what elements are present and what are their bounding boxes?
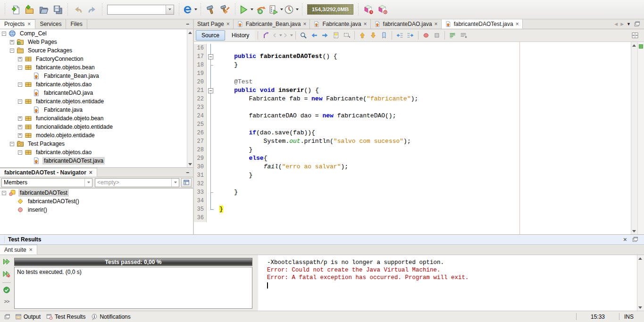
- rectangular-selection-button[interactable]: [342, 30, 352, 41]
- navigator-tree-item[interactable]: -fabricanteDAOTest: [0, 189, 193, 197]
- toggle-highlight-button[interactable]: [331, 30, 341, 41]
- dropdown-arrow-icon[interactable]: [251, 8, 253, 10]
- history-view-button[interactable]: History: [226, 30, 255, 41]
- save-all-button[interactable]: [51, 3, 64, 16]
- profile-clock-button[interactable]: [284, 3, 299, 16]
- projects-tree-item[interactable]: Fabricante.java: [0, 106, 193, 114]
- rerun-failed-button[interactable]: [3, 270, 10, 279]
- line-number[interactable]: 16: [194, 44, 207, 52]
- scroll-down-icon[interactable]: [631, 228, 637, 234]
- projects-tree-item[interactable]: -Test Packages: [0, 140, 193, 148]
- navigator-tree-item[interactable]: fabricanteDAOTest(): [0, 197, 193, 206]
- expand-icon[interactable]: +: [18, 57, 22, 61]
- run-project-button[interactable]: [239, 3, 253, 16]
- projects-tree-item[interactable]: -fabricante.objetos.bean: [0, 63, 193, 72]
- profiler-stop-button[interactable]: [376, 3, 389, 16]
- dropdown-arrow-icon[interactable]: [296, 8, 299, 10]
- line-number[interactable]: 35: [194, 205, 207, 214]
- dropdown-arrow-icon[interactable]: [290, 34, 293, 36]
- fold-collapse-icon[interactable]: [207, 52, 215, 61]
- navigator-tree-item[interactable]: inserir(): [0, 206, 193, 214]
- line-number[interactable]: 22: [194, 95, 207, 103]
- code-editor[interactable]: 1617 public fabricanteDAOTest() {18 }192…: [194, 42, 631, 234]
- editor-scrollbar[interactable]: [631, 42, 637, 234]
- projects-tree[interactable]: -Comp_Cel+Web Pages-Source Packages+Fact…: [0, 29, 193, 167]
- shift-right-button[interactable]: [405, 30, 416, 41]
- close-icon[interactable]: ×: [27, 22, 31, 26]
- clean-build-button[interactable]: [218, 3, 232, 16]
- expand-icon[interactable]: +: [18, 116, 22, 121]
- projects-tree-item[interactable]: -fabricante.objetos.dao: [0, 148, 193, 157]
- output-scrollbar[interactable]: [637, 255, 644, 311]
- find-previous-button[interactable]: [309, 30, 319, 41]
- projects-tree-scrollbar[interactable]: [187, 29, 193, 167]
- debug-project-button[interactable]: [254, 3, 268, 16]
- memory-indicator[interactable]: 154,3/292,0MB: [307, 4, 353, 15]
- ant-suite-tab[interactable]: Ant suite ×: [0, 245, 37, 255]
- line-number[interactable]: 34: [194, 197, 207, 205]
- new-project-button[interactable]: [23, 3, 36, 16]
- show-passed-button[interactable]: [3, 286, 10, 295]
- collapse-icon[interactable]: -: [2, 191, 6, 195]
- next-occurrence-button[interactable]: [368, 30, 378, 41]
- uncomment-button[interactable]: [458, 30, 468, 41]
- line-number[interactable]: 21: [194, 86, 207, 95]
- profiler-resume-button[interactable]: [362, 3, 375, 16]
- maximize-window-icon[interactable]: [634, 21, 640, 27]
- scroll-up-icon[interactable]: [637, 256, 643, 261]
- editor-tab-fabricante-java[interactable]: Fabricante.java×: [310, 19, 370, 29]
- collapse-icon[interactable]: -: [18, 99, 22, 104]
- line-number[interactable]: 30: [194, 163, 207, 171]
- close-icon[interactable]: ×: [303, 22, 306, 26]
- scroll-up-icon[interactable]: [631, 42, 637, 48]
- tests-tree[interactable]: No tests executed. (0,0 s): [14, 267, 252, 309]
- split-document-button[interactable]: [630, 30, 640, 41]
- navigator-tree[interactable]: -fabricanteDAOTestfabricanteDAOTest()ins…: [0, 188, 193, 234]
- line-number[interactable]: 25: [194, 120, 207, 129]
- scroll-up-icon[interactable]: [187, 30, 193, 35]
- chevron-down-icon[interactable]: [171, 179, 179, 187]
- tab-list-dropdown-icon[interactable]: ▼: [627, 22, 631, 26]
- navigator-tab[interactable]: fabricanteDAOTest - Navigator ×: [0, 168, 97, 177]
- projects-tree-item[interactable]: -Source Packages: [0, 46, 193, 55]
- more-buttons-chevron[interactable]: >>: [4, 298, 9, 304]
- line-number[interactable]: 20: [194, 78, 207, 86]
- statusbar-output-button[interactable]: Output: [12, 313, 43, 321]
- projects-tree-item[interactable]: fabricanteDAOTest.java: [0, 157, 193, 165]
- browser-button[interactable]: [183, 3, 197, 16]
- editor-tab-start-page[interactable]: Start Page×: [194, 19, 234, 29]
- profile-project-button[interactable]: [268, 3, 283, 16]
- projects-tree-item[interactable]: fabricanteDAO.java: [0, 89, 193, 97]
- projects-tree-item[interactable]: +funcionalidade.objeto.entidade: [0, 123, 193, 131]
- dropdown-arrow-icon[interactable]: [280, 8, 283, 10]
- dropdown-arrow-icon[interactable]: [194, 8, 197, 10]
- new-file-button[interactable]: [8, 3, 22, 16]
- statusbar-notifications-button[interactable]: Notifications: [88, 313, 133, 321]
- collapse-icon[interactable]: -: [2, 32, 6, 36]
- close-icon[interactable]: ×: [435, 22, 438, 26]
- build-project-button[interactable]: [204, 3, 217, 16]
- collapse-icon[interactable]: -: [10, 49, 14, 53]
- line-number[interactable]: 36: [194, 214, 207, 222]
- editor-tab-fabricantedaotest-java[interactable]: fabricanteDAOTest.java×: [442, 19, 523, 29]
- test-output-console[interactable]: -Xbootclasspath/p is no longer a support…: [258, 255, 637, 311]
- fold-collapse-icon[interactable]: [207, 86, 215, 95]
- collapse-icon[interactable]: -: [10, 142, 14, 146]
- collapse-icon[interactable]: -: [18, 83, 22, 87]
- chevron-down-icon[interactable]: [84, 179, 92, 187]
- editor-tab-fabricantedao-java[interactable]: fabricanteDAO.java×: [371, 19, 442, 29]
- minimize-button[interactable]: −: [182, 168, 193, 177]
- projects-tree-item[interactable]: +modelo.objeto.entidade: [0, 131, 193, 140]
- comment-button[interactable]: [447, 30, 458, 41]
- find-next-button[interactable]: [320, 30, 330, 41]
- line-number[interactable]: 27: [194, 137, 207, 146]
- projects-tree-item[interactable]: -fabricante.objetos.entidade: [0, 97, 193, 106]
- navigator-sort-button[interactable]: [181, 178, 192, 187]
- find-selection-button[interactable]: [298, 30, 309, 41]
- line-number[interactable]: 17: [194, 52, 207, 61]
- close-icon[interactable]: ×: [89, 170, 92, 175]
- tab-projects[interactable]: Projects×: [0, 19, 35, 29]
- line-number[interactable]: 32: [194, 180, 207, 188]
- tab-services[interactable]: Services: [35, 19, 66, 29]
- splitter[interactable]: [253, 255, 258, 311]
